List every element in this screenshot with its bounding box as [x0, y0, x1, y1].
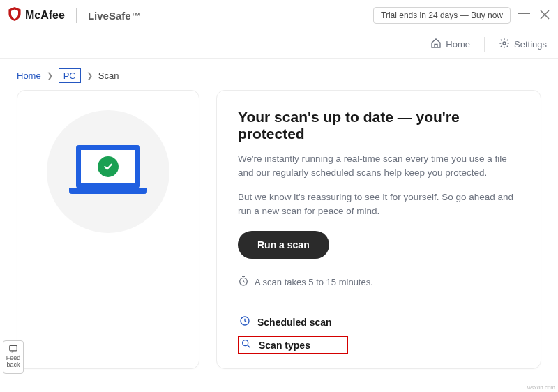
gear-icon: [499, 38, 510, 51]
close-button[interactable]: [540, 9, 550, 22]
breadcrumb-home[interactable]: Home: [17, 70, 41, 81]
nav-divider: [484, 37, 485, 52]
breadcrumb-pc[interactable]: PC: [59, 68, 81, 83]
scheduled-scan-label: Scheduled scan: [257, 317, 332, 328]
checkmark-icon: [98, 156, 119, 177]
description-2: But we know it's reassuring to see it fo…: [238, 190, 520, 219]
chevron-right-icon: ❯: [47, 71, 53, 80]
breadcrumb: Home ❯ PC ❯ Scan: [0, 59, 558, 90]
watermark: wsxdn.com: [527, 384, 555, 391]
window-controls: —: [518, 9, 550, 22]
brand-divider: [76, 8, 77, 23]
illustration-card: [17, 90, 199, 369]
brand-name: McAfee: [25, 9, 65, 22]
chevron-right-icon: ❯: [86, 71, 93, 80]
bottom-links: Scheduled scan Scan types: [238, 312, 520, 354]
svg-point-0: [503, 42, 506, 45]
clock-icon: [239, 315, 250, 329]
nav-home-button[interactable]: Home: [430, 38, 470, 51]
scan-duration-hint: A scan takes 5 to 15 minutes.: [238, 276, 520, 289]
svg-point-3: [243, 340, 248, 346]
titlebar: McAfee LiveSafe™ Trial ends in 24 days —…: [0, 0, 558, 31]
scan-types-label: Scan types: [259, 340, 310, 351]
timer-icon: [238, 276, 249, 289]
mcafee-shield-icon: [8, 7, 21, 24]
breadcrumb-scan: Scan: [98, 70, 119, 81]
feedback-label-2: back: [5, 362, 22, 369]
description-1: We're instantly running a real-time scan…: [238, 152, 520, 181]
nav-settings-label: Settings: [514, 39, 547, 50]
nav-settings-button[interactable]: Settings: [499, 38, 547, 51]
scheduled-scan-link[interactable]: Scheduled scan: [238, 312, 520, 331]
trial-buy-button[interactable]: Trial ends in 24 days — Buy now: [373, 7, 511, 24]
content-area: Your scan's up to date — you're protecte…: [0, 90, 558, 386]
laptop-icon: [69, 145, 147, 198]
product-name: LiveSafe™: [88, 10, 142, 22]
run-scan-button[interactable]: Run a scan: [238, 231, 329, 259]
feedback-tab[interactable]: Feed back: [3, 340, 24, 374]
illustration-circle: [47, 110, 169, 233]
nav-home-label: Home: [446, 39, 470, 50]
page-heading: Your scan's up to date — you're protecte…: [238, 109, 520, 142]
svg-rect-4: [10, 346, 17, 352]
scan-status-card: Your scan's up to date — you're protecte…: [216, 90, 541, 369]
feedback-icon: [5, 344, 22, 354]
scan-types-link[interactable]: Scan types: [238, 336, 348, 354]
home-icon: [430, 38, 442, 51]
search-icon: [241, 338, 252, 352]
minimize-button[interactable]: —: [518, 6, 530, 19]
brand: McAfee LiveSafe™: [8, 7, 142, 24]
top-navbar: Home Settings: [0, 31, 558, 59]
hint-text: A scan takes 5 to 15 minutes.: [255, 277, 373, 287]
